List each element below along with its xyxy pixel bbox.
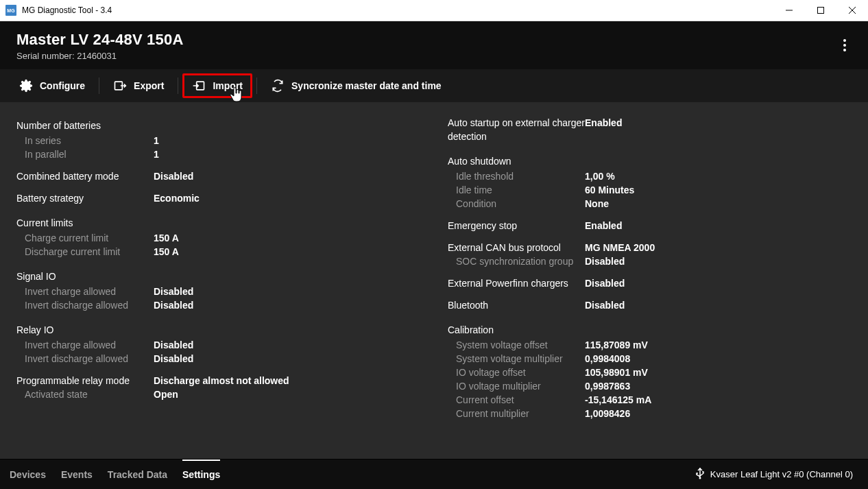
current-limits-title: Current limits (16, 216, 154, 230)
estop-value: Enabled (585, 219, 622, 232)
charge-limit-label: Charge current limit (16, 231, 154, 245)
idle-threshold-label: Idle threshold (448, 169, 585, 183)
close-button[interactable] (836, 0, 868, 21)
sio-invert-charge-label: Invert charge allowed (16, 285, 154, 298)
window-titlebar: MG MG Diagnostic Tool - 3.4 (0, 0, 868, 21)
tab-devices[interactable]: Devices (10, 460, 46, 489)
sys-v-offset-value: 115,87089 mV (585, 338, 648, 352)
current-mult-value: 1,0098426 (585, 407, 630, 420)
import-label: Import (213, 80, 243, 91)
toolbar-separator (256, 77, 257, 94)
tab-events[interactable]: Events (61, 460, 93, 489)
serial-number: Serial number: 21460031 (16, 51, 183, 61)
device-title: Master LV 24-48V 150A (16, 31, 183, 49)
export-icon (113, 79, 127, 93)
signal-io-title: Signal IO (16, 270, 154, 283)
io-v-offset-label: IO voltage offset (448, 366, 585, 379)
svg-rect-1 (818, 8, 824, 14)
battery-strategy-label: Battery strategy (16, 191, 154, 205)
configure-button[interactable]: Configure (10, 73, 95, 98)
in-parallel-label: In parallel (16, 147, 154, 161)
sync-icon (271, 79, 285, 93)
right-column: Auto startup on external charger detecti… (448, 116, 852, 445)
current-offset-value: -15,146125 mA (585, 393, 651, 407)
activated-state-value: Open (154, 387, 178, 401)
powerfinn-value: Disabled (585, 276, 625, 290)
window-controls (773, 0, 868, 21)
sync-button[interactable]: Syncronize master date and time (261, 73, 451, 98)
soc-sync-label: SOC synchronization group (448, 254, 585, 268)
idle-time-label: Idle time (448, 183, 585, 197)
import-button[interactable]: Import (182, 73, 252, 98)
more-menu-button[interactable] (838, 34, 852, 60)
sio-invert-discharge-value: Disabled (154, 298, 193, 312)
toolbar-separator (99, 77, 99, 94)
connection-status: Kvaser Leaf Light v2 #0 (Channel 0) (695, 467, 853, 481)
io-v-mult-label: IO voltage multiplier (448, 379, 585, 393)
activated-state-label: Activated state (16, 387, 154, 401)
header: Master LV 24-48V 150A Serial number: 214… (0, 21, 868, 69)
in-series-label: In series (16, 134, 154, 147)
condition-label: Condition (448, 197, 585, 211)
current-mult-label: Current multiplier (448, 407, 585, 420)
svg-point-5 (843, 44, 846, 47)
gear-icon (19, 79, 33, 93)
relay-io-title: Relay IO (16, 323, 154, 337)
tabs: Devices Events Tracked Data Settings (10, 460, 220, 489)
rio-invert-discharge-value: Disabled (154, 352, 193, 366)
combined-mode-value: Disabled (154, 169, 193, 183)
auto-startup-value: Enabled (585, 116, 622, 143)
svg-point-4 (843, 39, 846, 42)
settings-content: Number of batteries In series1 In parall… (0, 102, 868, 459)
connection-text: Kvaser Leaf Light v2 #0 (Channel 0) (710, 469, 853, 479)
rio-invert-charge-value: Disabled (154, 338, 193, 352)
tab-settings[interactable]: Settings (182, 460, 220, 489)
app-icon: MG (5, 5, 16, 16)
rio-invert-charge-label: Invert charge allowed (16, 338, 154, 352)
charge-limit-value: 150 A (154, 231, 179, 245)
condition-value: None (585, 197, 609, 211)
combined-mode-label: Combined battery mode (16, 169, 154, 183)
sys-v-offset-label: System voltage offset (448, 338, 585, 352)
rio-invert-discharge-label: Invert discharge allowed (16, 352, 154, 366)
prog-relay-value: Discharge almost not allowed (154, 374, 289, 387)
bluetooth-label: Bluetooth (448, 298, 585, 312)
export-label: Export (134, 80, 164, 91)
import-icon (192, 79, 206, 93)
current-offset-label: Current offset (448, 393, 585, 407)
in-parallel-value: 1 (154, 147, 159, 161)
powerfinn-label: External Powerfinn chargers (448, 276, 585, 290)
auto-startup-label: Auto startup on external charger detecti… (448, 116, 585, 143)
export-button[interactable]: Export (104, 73, 173, 98)
configure-label: Configure (40, 80, 85, 91)
window-title: MG Diagnostic Tool - 3.4 (22, 5, 773, 15)
sio-invert-charge-value: Disabled (154, 285, 193, 298)
can-protocol-value: MG NMEA 2000 (585, 241, 655, 254)
discharge-limit-value: 150 A (154, 245, 179, 259)
auto-shutdown-title: Auto shutdown (448, 154, 585, 168)
sio-invert-discharge-label: Invert discharge allowed (16, 298, 154, 312)
io-v-mult-value: 0,9987863 (585, 379, 630, 393)
in-series-value: 1 (154, 134, 159, 147)
tab-tracked-data[interactable]: Tracked Data (108, 460, 167, 489)
app-body: Master LV 24-48V 150A Serial number: 214… (0, 21, 868, 489)
svg-point-10 (699, 477, 701, 479)
maximize-button[interactable] (805, 0, 836, 21)
calibration-title: Calibration (448, 323, 585, 337)
num-batteries-title: Number of batteries (16, 119, 154, 132)
minimize-button[interactable] (773, 0, 805, 21)
toolbar-separator (178, 77, 178, 94)
prog-relay-label: Programmable relay mode (16, 374, 154, 387)
more-vertical-icon (843, 39, 846, 51)
can-protocol-label: External CAN bus protocol (448, 241, 585, 254)
svg-point-6 (843, 49, 846, 51)
usb-icon (695, 467, 705, 481)
soc-sync-value: Disabled (585, 254, 625, 268)
sys-v-mult-label: System voltage multiplier (448, 352, 585, 366)
bottom-tabbar: Devices Events Tracked Data Settings Kva… (0, 459, 868, 489)
battery-strategy-value: Economic (154, 191, 200, 205)
idle-time-value: 60 Minutes (585, 183, 634, 197)
bluetooth-value: Disabled (585, 298, 625, 312)
idle-threshold-value: 1,00 % (585, 169, 615, 183)
left-column: Number of batteries In series1 In parall… (16, 116, 420, 445)
